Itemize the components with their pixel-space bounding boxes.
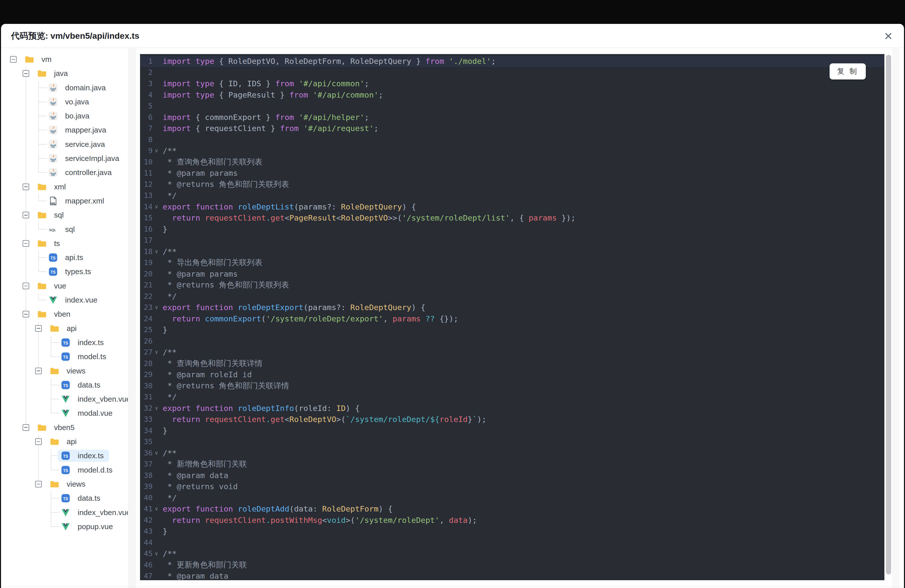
tree-item-java[interactable]: java xyxy=(1,67,128,81)
tree-item-index.vue[interactable]: index.vue xyxy=(1,293,128,307)
fold-chevron-icon[interactable]: ∨ xyxy=(152,248,163,254)
tree-item-api[interactable]: api xyxy=(1,321,128,335)
tree-item-service.java[interactable]: service.java xyxy=(1,137,128,151)
tree-node[interactable]: api xyxy=(46,435,82,448)
code-line[interactable]: 12 * @returns 角色和部门关联列表 xyxy=(140,179,884,190)
tree-node[interactable]: xml xyxy=(34,181,71,193)
code-line[interactable]: 46 * 更新角色和部门关联 xyxy=(140,559,884,571)
code-line[interactable]: 17 xyxy=(140,235,884,246)
code-line[interactable]: 29 * @param roleId id xyxy=(140,369,884,380)
tree-item-mapper.java[interactable]: mapper.java xyxy=(1,123,128,137)
code-line[interactable]: 24 return commonExport('/system/roleDept… xyxy=(140,313,884,324)
code-line[interactable]: 1import type { RoleDeptVO, RoleDeptForm,… xyxy=(140,56,884,67)
tree-node[interactable]: TSmodel.d.ts xyxy=(57,464,118,476)
tree-item-data.ts[interactable]: TSdata.ts xyxy=(1,491,128,505)
tree-item-popup.vue[interactable]: popup.vue xyxy=(1,520,128,534)
tree-item-data.ts[interactable]: TSdata.ts xyxy=(1,378,128,392)
tree-item-xml[interactable]: xml xyxy=(1,180,128,194)
code-line[interactable]: 14∨export function roleDeptList(params?:… xyxy=(140,201,884,213)
tree-item-modal.vue[interactable]: modal.vue xyxy=(1,406,128,420)
code-line[interactable]: 28 * 查询角色和部门关联详情 xyxy=(140,358,884,369)
collapse-expander-icon[interactable] xyxy=(23,424,29,431)
code-line[interactable]: 6import { commonExport } from '#/api/hel… xyxy=(140,112,884,123)
tree-item-views[interactable]: views xyxy=(1,364,128,378)
tree-item-vo.java[interactable]: vo.java xyxy=(1,95,128,109)
tree-node[interactable]: views xyxy=(46,478,91,490)
code-line[interactable]: 25} xyxy=(140,324,884,335)
tree-node[interactable]: TSmodel.ts xyxy=(57,351,112,363)
tree-item-index_vben.vue[interactable]: index_vben.vue xyxy=(1,505,128,520)
tree-item-mapper.xml[interactable]: XMLmapper.xml xyxy=(1,194,128,208)
code-line[interactable]: 26 xyxy=(140,335,884,347)
tree-node[interactable]: modal.vue xyxy=(57,407,118,419)
tree-node[interactable]: TSapi.ts xyxy=(45,251,89,264)
body-scrollbar-track[interactable] xyxy=(893,48,899,588)
tree-item-api.ts[interactable]: TSapi.ts xyxy=(1,251,128,265)
collapse-expander-icon[interactable] xyxy=(23,311,29,317)
tree-node[interactable]: index_vben.vue xyxy=(57,393,128,405)
fold-chevron-icon[interactable]: ∨ xyxy=(152,148,163,154)
copy-button[interactable]: 复 制 xyxy=(830,64,866,79)
tree-node[interactable]: vo.java xyxy=(45,96,95,108)
code-line[interactable]: 19 * 导出角色和部门关联列表 xyxy=(140,257,884,269)
tree-node[interactable]: TStypes.ts xyxy=(45,265,97,278)
fold-chevron-icon[interactable]: ∨ xyxy=(152,506,163,512)
tree-item-views[interactable]: views xyxy=(1,477,128,491)
collapse-expander-icon[interactable] xyxy=(23,184,29,190)
tree-node[interactable]: mapper.java xyxy=(45,124,112,136)
tree-item-index.ts[interactable]: TSindex.ts xyxy=(1,449,128,463)
tree-item-vm[interactable]: vm xyxy=(1,52,128,67)
tree-item-model.d.ts[interactable]: TSmodel.d.ts xyxy=(1,463,128,477)
tree-node[interactable]: controller.java xyxy=(45,167,117,178)
tree-node[interactable]: vben5 xyxy=(34,421,80,434)
collapse-expander-icon[interactable] xyxy=(35,325,42,332)
code-line[interactable]: 4import type { PageResult } from '#/api/… xyxy=(140,89,884,100)
code-line[interactable]: 20 * @param params xyxy=(140,269,884,280)
code-line[interactable]: 40 */ xyxy=(140,492,884,504)
tree-item-serviceImpl.java[interactable]: serviceImpl.java xyxy=(1,151,128,165)
tree-node[interactable]: TSindex.ts xyxy=(57,337,109,348)
code-line[interactable]: 27∨/** xyxy=(140,346,884,358)
tree-node[interactable]: serviceImpl.java xyxy=(45,153,125,164)
tree-node[interactable]: service.java xyxy=(45,138,110,150)
collapse-expander-icon[interactable] xyxy=(23,240,29,247)
code-line[interactable]: 13 */ xyxy=(140,190,884,201)
tree-node[interactable]: vben xyxy=(34,308,76,320)
tree-item-sql[interactable]: SQLsql xyxy=(1,222,128,237)
close-icon[interactable]: × xyxy=(884,29,892,43)
collapse-expander-icon[interactable] xyxy=(23,212,29,218)
tree-node[interactable]: ts xyxy=(34,237,65,250)
tree-item-index_vben.vue[interactable]: index_vben.vue xyxy=(1,392,128,406)
tree-item-model.ts[interactable]: TSmodel.ts xyxy=(1,350,128,364)
code-scrollbar-thumb[interactable] xyxy=(886,55,891,574)
code-line[interactable]: 10 * 查询角色和部门关联列表 xyxy=(140,156,884,168)
code-line[interactable]: 5 xyxy=(140,100,884,112)
tree-node[interactable]: vm xyxy=(21,53,57,65)
collapse-expander-icon[interactable] xyxy=(23,70,29,77)
code-line[interactable]: 7import { requestClient } from '#/api/re… xyxy=(140,123,884,134)
code-line[interactable]: 23∨export function roleDeptExport(params… xyxy=(140,302,884,313)
tree-scrollbar-track[interactable] xyxy=(128,48,136,588)
tree-node[interactable]: java xyxy=(34,67,73,79)
code-line[interactable]: 16} xyxy=(140,224,884,235)
tree-node[interactable]: SQLsql xyxy=(45,223,80,235)
code-line[interactable]: 21 * @returns 角色和部门关联列表 xyxy=(140,280,884,291)
fold-chevron-icon[interactable]: ∨ xyxy=(152,550,163,556)
code-line[interactable]: 42 return requestClient.postWithMsg<void… xyxy=(140,515,884,526)
tree-item-types.ts[interactable]: TStypes.ts xyxy=(1,265,128,279)
fold-chevron-icon[interactable]: ∨ xyxy=(152,405,163,411)
collapse-expander-icon[interactable] xyxy=(35,481,42,488)
tree-item-vben[interactable]: vben xyxy=(1,307,128,321)
tree-item-vben5[interactable]: vben5 xyxy=(1,421,128,435)
tree-node[interactable]: bo.java xyxy=(45,110,95,122)
code-line[interactable]: 31 */ xyxy=(140,391,884,403)
tree-node[interactable]: api xyxy=(46,323,82,334)
code-line[interactable]: 47 * @param data xyxy=(140,571,884,580)
code-line[interactable]: 38 * @param data xyxy=(140,470,884,481)
collapse-expander-icon[interactable] xyxy=(23,283,29,289)
tree-node[interactable]: TSdata.ts xyxy=(57,492,106,504)
tree-node[interactable]: sql xyxy=(34,209,69,221)
tree-item-sql[interactable]: sql xyxy=(1,208,128,222)
code-line[interactable]: 33 return requestClient.get<RoleDeptVO>(… xyxy=(140,414,884,425)
tree-item-controller.java[interactable]: controller.java xyxy=(1,165,128,180)
